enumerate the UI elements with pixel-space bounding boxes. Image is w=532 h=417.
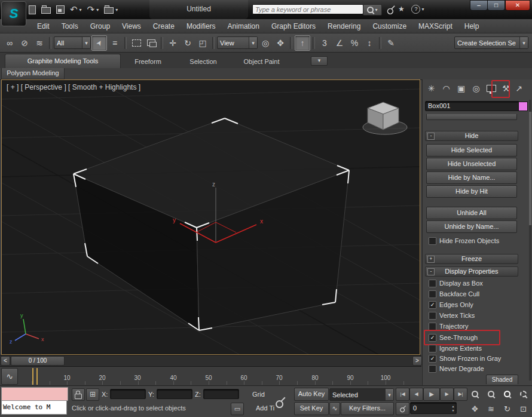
application-menu-button[interactable]: S <box>1 1 26 26</box>
menu-customize[interactable]: Customize <box>366 22 412 30</box>
macro-recorder-pane[interactable] <box>1 387 68 401</box>
backface-cull-checkbox[interactable] <box>429 290 436 298</box>
redo-icon[interactable]: ↷ <box>87 4 95 15</box>
spinner-snap-button[interactable]: ↕ <box>362 36 377 50</box>
unhide-by-name-button[interactable]: Unhide by Name... <box>426 220 517 233</box>
time-slider-prev-button[interactable]: < <box>1 356 10 366</box>
select-and-link-button[interactable]: ∞ <box>2 36 17 50</box>
select-and-scale-button[interactable]: ◰ <box>195 36 210 50</box>
absolute-offset-toggle[interactable]: ⊞ <box>86 388 99 401</box>
create-tab[interactable]: ✳ <box>424 81 439 96</box>
unhide-all-button[interactable]: Unhide All <box>426 207 517 219</box>
hide-unselected-button[interactable]: Hide Unselected <box>426 158 517 170</box>
selection-filter-dropdown[interactable]: All ▾ <box>54 36 91 49</box>
undo-icon[interactable]: ↶ <box>70 4 78 15</box>
window-crossing-toggle-button[interactable] <box>144 36 158 50</box>
default-tangent-button[interactable]: ∿ <box>329 402 340 415</box>
project-dropdown-icon[interactable]: ▾ <box>115 7 118 13</box>
show-frozen-in-gray-checkbox[interactable]: ✓ <box>429 355 436 363</box>
next-frame-button[interactable]: ▶ <box>440 388 454 401</box>
x-coordinate-field[interactable] <box>110 389 146 399</box>
select-by-name-button[interactable]: ≡ <box>108 36 122 50</box>
panel-polygon-modeling[interactable]: Polygon Modeling <box>1 68 65 79</box>
object-color-swatch[interactable] <box>518 102 528 111</box>
edit-named-selection-sets-button[interactable]: ✎ <box>384 36 398 50</box>
tab-object-paint[interactable]: Object Paint <box>233 55 290 68</box>
display-as-box-checkbox[interactable] <box>429 280 436 287</box>
scrollbar-thumb[interactable] <box>529 112 531 225</box>
ignore-extents-checkbox[interactable] <box>429 345 436 352</box>
key-filters-button[interactable]: Key Filters... <box>341 402 394 415</box>
favorites-button[interactable]: ★ <box>398 5 405 13</box>
current-frame-field[interactable]: 0 ▲ ▼ <box>410 402 457 414</box>
tab-graphite-modeling-tools[interactable]: Graphite Modeling Tools <box>5 54 121 69</box>
viewcube[interactable] <box>363 102 407 134</box>
go-to-start-button[interactable]: |◀ <box>396 388 409 401</box>
hide-frozen-objects-checkbox[interactable] <box>429 237 436 245</box>
command-panel-scrollbar[interactable] <box>529 100 531 381</box>
key-mode-toggle-button[interactable] <box>396 402 409 415</box>
tab-selection[interactable]: Selection <box>176 55 230 68</box>
vertex-ticks-checkbox[interactable] <box>429 312 436 320</box>
pan-button[interactable]: ✥ <box>467 402 482 416</box>
menu-graph-editors[interactable]: Graph Editors <box>265 22 322 30</box>
open-file-icon[interactable] <box>41 7 51 14</box>
current-frame-marker[interactable] <box>32 368 38 385</box>
reference-coordinate-dropdown[interactable]: View ▾ <box>217 36 258 49</box>
infocenter-search-input[interactable] <box>252 4 363 14</box>
add-time-tag-label[interactable]: Add Ti <box>256 404 274 412</box>
shaded-button-clipped[interactable]: Shaded <box>486 375 518 384</box>
keyboard-shortcut-override-button[interactable]: ↑ <box>295 35 310 51</box>
zoom-extents-button[interactable] <box>500 387 515 401</box>
menu-animation[interactable]: Animation <box>222 22 265 30</box>
menu-maxscript[interactable]: MAXScript <box>412 22 458 30</box>
menu-tools[interactable]: Tools <box>56 22 84 30</box>
freeze-rollout-header[interactable]: + Freeze <box>425 254 518 264</box>
infocenter-key-button[interactable] <box>385 4 397 16</box>
previous-frame-button[interactable]: ◀ <box>409 388 423 401</box>
select-and-rotate-button[interactable]: ↻ <box>181 36 195 50</box>
maxscript-mini-listener[interactable]: Welcome to M <box>1 400 67 415</box>
menu-group[interactable]: Group <box>84 22 116 30</box>
panel-expand-icon[interactable]: ↗ <box>513 81 524 96</box>
named-selection-sets-dropdown[interactable]: Create Selection Se ▾ <box>454 36 528 49</box>
zoom-all-button[interactable] <box>484 387 499 401</box>
time-slider-next-button[interactable]: > <box>412 356 422 366</box>
modify-tab[interactable]: ◠ <box>439 81 454 96</box>
auto-key-button[interactable]: Auto Key <box>294 388 329 401</box>
prompt-window-button[interactable]: ▭ <box>231 403 244 415</box>
new-scene-icon[interactable] <box>29 5 36 14</box>
motion-tab[interactable]: ◎ <box>469 81 484 96</box>
go-to-end-button[interactable]: ▶| <box>454 388 467 401</box>
help-button[interactable]: ? ▾ <box>410 4 426 14</box>
maximize-button[interactable]: □ <box>487 0 505 11</box>
menu-create[interactable]: Create <box>147 22 181 30</box>
select-and-manipulate-button[interactable]: ✥ <box>273 36 288 50</box>
select-object-button[interactable]: ➤ <box>91 35 107 51</box>
search-button[interactable]: ▾ <box>363 4 382 16</box>
save-file-icon[interactable] <box>56 5 65 14</box>
undo-dropdown-icon[interactable]: ▾ <box>80 7 82 13</box>
snaps-toggle-button[interactable]: 3 <box>317 36 332 50</box>
hide-by-hit-button[interactable]: Hide by Hit <box>426 185 517 198</box>
bind-to-space-warp-button[interactable]: ≋ <box>32 36 47 50</box>
mini-curve-editor-button[interactable]: ∿ <box>1 368 18 385</box>
selection-lock-toggle[interactable] <box>72 388 85 401</box>
edges-only-checkbox[interactable]: ✓ <box>429 301 436 309</box>
hierarchy-tab[interactable]: ▣ <box>454 81 469 96</box>
angle-snap-button[interactable]: ∠ <box>332 36 347 50</box>
zoom-region-button[interactable] <box>516 387 531 401</box>
frame-spinner-up-icon[interactable]: ▲ <box>452 404 455 408</box>
walk-through-button[interactable]: ≋ <box>484 402 499 416</box>
menu-views[interactable]: Views <box>116 22 147 30</box>
hide-rollout-header[interactable]: - Hide <box>425 131 518 141</box>
track-bar-ruler[interactable]: 10 20 30 40 50 60 70 80 90 100 <box>20 367 421 385</box>
redo-dropdown-icon[interactable]: ▾ <box>96 7 99 13</box>
perspective-viewport[interactable]: z y x x y z [ + ] [ Perspective ] [ Smoo… <box>1 79 420 355</box>
maximize-viewport-toggle[interactable]: ⊡ <box>516 402 531 416</box>
viewport-canvas[interactable]: z y x x y z <box>2 80 420 354</box>
use-pivot-point-button[interactable]: ◎ <box>258 36 273 50</box>
select-and-move-button[interactable]: ✛ <box>166 36 180 50</box>
frame-spinner-down-icon[interactable]: ▼ <box>452 409 455 412</box>
close-button[interactable]: ✕ <box>505 0 530 11</box>
